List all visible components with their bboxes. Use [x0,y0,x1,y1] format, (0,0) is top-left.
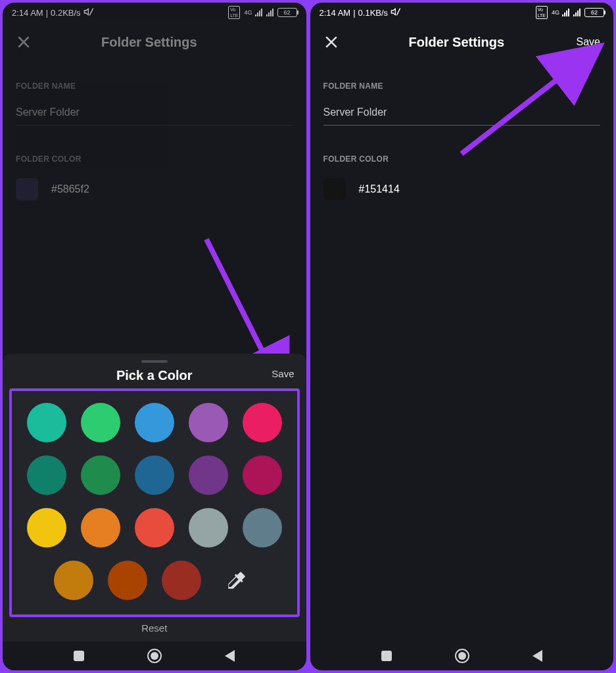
color-option[interactable] [54,561,93,600]
close-button[interactable] [323,34,339,50]
page-title: Folder Settings [32,35,267,50]
volte-icon: VoLTE [536,6,548,19]
color-hex: #151414 [359,183,400,195]
folder-color-label: FOLDER COLOR [16,154,293,164]
android-navbar [310,641,614,670]
status-bar: 2:14 AM | 0.1KB/s VoLTE 4G 62 [310,3,614,22]
color-option[interactable] [27,455,66,495]
color-option[interactable] [81,455,120,495]
color-option[interactable] [27,403,66,442]
4g-label: 4G [552,10,559,16]
eyedropper-icon[interactable] [216,561,255,600]
status-speed: 0.1KB/s [358,8,389,18]
nav-recent-icon[interactable] [381,651,392,661]
color-option[interactable] [189,455,228,495]
color-swatch [16,178,38,200]
nav-home-icon[interactable] [455,649,469,663]
color-swatch [323,178,346,200]
sheet-title: Pick a Color [116,368,193,383]
color-picker-sheet: Pick a Color Save Reset [3,354,306,641]
svg-line-0 [89,8,93,15]
4g-label: 4G [244,10,252,16]
nav-home-icon[interactable] [147,649,162,663]
android-navbar [3,641,306,670]
signal-bars-icon [266,9,273,16]
color-option[interactable] [189,403,228,442]
status-speed: 0.2KB/s [51,8,81,18]
folder-name-label: FOLDER NAME [323,81,601,91]
color-option[interactable] [189,508,228,547]
sheet-handle[interactable] [141,360,168,363]
folder-color-row[interactable]: #151414 [323,178,601,200]
app-header: Folder Settings . [3,22,306,58]
color-option[interactable] [108,561,147,600]
color-option[interactable] [243,508,282,547]
status-time: 2:14 AM [320,8,351,18]
color-option[interactable] [135,508,174,547]
color-option[interactable] [27,508,66,547]
color-option[interactable] [81,403,120,442]
phone-left: 2:14 AM | 0.2KB/s VoLTE 4G 62 Folder Set… [3,3,306,670]
mute-icon [83,7,94,19]
signal-bars-icon [573,9,580,16]
status-time: 2:14 AM [12,8,43,18]
status-bar: 2:14 AM | 0.2KB/s VoLTE 4G 62 [3,3,306,22]
nav-back-icon[interactable] [225,650,235,662]
palette-box [9,388,300,617]
app-header: Folder Settings Save [310,22,614,58]
content-area: FOLDER NAME FOLDER COLOR #151414 [310,58,614,361]
nav-back-icon[interactable] [533,650,542,662]
reset-button[interactable]: Reset [9,617,300,635]
phone-right: 2:14 AM | 0.1KB/s VoLTE 4G 62 Folder Set… [310,3,614,670]
folder-name-input[interactable] [323,105,601,126]
color-option[interactable] [243,455,282,495]
folder-name-input[interactable] [16,105,293,126]
signal-bars-icon [255,9,262,16]
sheet-save-button[interactable]: Save [272,368,294,379]
battery-icon: 62 [277,8,297,17]
color-option[interactable] [162,561,201,600]
close-button[interactable] [16,34,32,50]
color-option[interactable] [135,455,174,495]
mute-icon [391,7,401,19]
battery-icon: 62 [584,8,604,17]
svg-line-4 [396,8,400,15]
save-button[interactable]: Save [574,36,600,48]
nav-recent-icon[interactable] [74,651,84,661]
color-option[interactable] [243,403,282,442]
color-option[interactable] [81,508,120,547]
folder-color-row[interactable]: #5865f2 [16,178,293,200]
folder-color-label: FOLDER COLOR [323,154,601,164]
folder-name-label: FOLDER NAME [16,81,293,91]
page-title: Folder Settings [339,35,575,50]
color-option[interactable] [135,403,174,442]
color-hex: #5865f2 [51,183,89,195]
volte-icon: VoLTE [228,6,240,19]
signal-bars-icon [562,9,569,16]
